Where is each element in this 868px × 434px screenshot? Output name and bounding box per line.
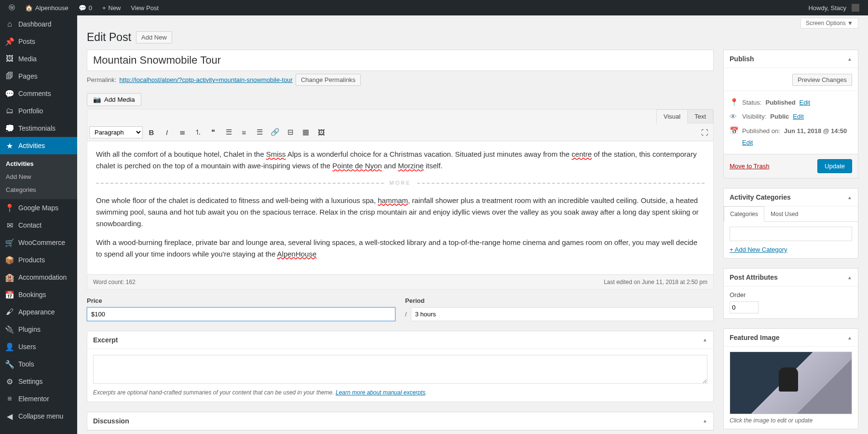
submenu-add-new[interactable]: Add New	[0, 170, 77, 183]
sidebar-item-pages[interactable]: 🗐Pages	[0, 68, 77, 85]
price-input[interactable]	[87, 307, 395, 321]
collapse-icon: ◀	[5, 411, 14, 421]
sidebar-item-collapse[interactable]: ◀Collapse menu	[0, 407, 77, 425]
greeting-text: Howdy, Stacy	[808, 4, 846, 12]
toolbar-toggle-button[interactable]: ▦	[299, 125, 312, 139]
text: hammam	[378, 196, 408, 204]
chevron-up-icon[interactable]: ▲	[847, 275, 852, 280]
woocommerce-icon: 🛒	[5, 238, 14, 247]
update-button[interactable]: Update	[817, 159, 852, 173]
excerpt-box: Excerpt▲ Excerpts are optional hand-craf…	[87, 331, 714, 402]
editor-tab-visual[interactable]: Visual	[656, 109, 688, 123]
italic-button[interactable]: I	[160, 125, 174, 139]
sidebar-item-bookings[interactable]: 📅Bookings	[0, 286, 77, 303]
sidebar-label: Activities	[18, 142, 45, 149]
howdy-link[interactable]: Howdy, Stacy	[804, 4, 863, 12]
wp-logo[interactable]: ⓦ	[5, 3, 19, 12]
excerpt-learn-link[interactable]: Learn more about manual excerpts	[336, 389, 425, 396]
align-right-button[interactable]: ☰	[253, 125, 266, 139]
category-list[interactable]	[730, 227, 852, 241]
bold-button[interactable]: B	[145, 125, 158, 139]
sidebar-item-contact[interactable]: ✉Contact	[0, 217, 77, 234]
format-select[interactable]: Paragraph	[89, 126, 143, 138]
sidebar-item-testimonials[interactable]: 💭Testimonials	[0, 120, 77, 137]
new-link[interactable]: +New	[98, 4, 125, 12]
edit-date-link[interactable]: Edit	[742, 139, 852, 146]
post-title-input[interactable]	[87, 50, 714, 71]
sidebar-item-appearance[interactable]: 🖌Appearance	[0, 303, 77, 321]
excerpt-textarea[interactable]	[93, 355, 707, 384]
sidebar-item-posts[interactable]: 📌Posts	[0, 33, 77, 50]
tab-most-used[interactable]: Most Used	[764, 206, 804, 222]
media-button[interactable]: 🖼	[314, 125, 328, 139]
order-input[interactable]	[730, 301, 759, 313]
text: Smiss	[266, 150, 286, 158]
add-media-button[interactable]: 📷Add Media	[87, 93, 141, 106]
align-center-button[interactable]: ≡	[237, 125, 251, 139]
users-icon: 👤	[5, 342, 14, 352]
chevron-up-icon[interactable]: ▲	[847, 56, 852, 62]
edit-visibility-link[interactable]: Edit	[793, 113, 803, 120]
sidebar-item-dashboard[interactable]: ⌂Dashboard	[0, 15, 77, 33]
sidebar-label: Elementor	[18, 395, 49, 403]
portfolio-icon: 🗂	[5, 106, 14, 116]
page-title: Edit Post	[87, 31, 131, 44]
sidebar-item-plugins[interactable]: 🔌Plugins	[0, 321, 77, 338]
sidebar-item-elementor[interactable]: ≡Elementor	[0, 390, 77, 407]
sidebar-item-products[interactable]: 📦Products	[0, 251, 77, 269]
content-area[interactable]: With all the comfort of a boutique hotel…	[87, 141, 713, 274]
screen-options-button[interactable]: Screen Options ▼	[800, 18, 858, 28]
sidebar-item-media[interactable]: 🖼Media	[0, 50, 77, 68]
editor-tab-text[interactable]: Text	[687, 109, 713, 123]
submenu-activities[interactable]: Activities	[0, 157, 77, 170]
sidebar-item-portfolio[interactable]: 🗂Portfolio	[0, 102, 77, 120]
move-to-trash-link[interactable]: Move to Trash	[730, 163, 769, 170]
add-new-button[interactable]: Add New	[136, 31, 172, 43]
add-category-link[interactable]: + Add New Category	[730, 246, 787, 253]
align-left-button[interactable]: ☰	[222, 125, 235, 139]
sidebar-item-tools[interactable]: 🔧Tools	[0, 355, 77, 373]
featured-image[interactable]	[730, 352, 852, 414]
discussion-box: Discussion▲	[87, 412, 714, 431]
sidebar-item-google-maps[interactable]: 📍Google Maps	[0, 199, 77, 217]
link-button[interactable]: 🔗	[268, 125, 282, 139]
visibility-value: Public	[770, 113, 789, 120]
price-label: Price	[87, 297, 395, 304]
site-link[interactable]: 🏠Alpenhouse	[21, 4, 72, 12]
edit-status-link[interactable]: Edit	[800, 99, 810, 106]
excerpt-hint: Excerpts are optional hand-crafted summa…	[93, 389, 336, 396]
sidebar-item-users[interactable]: 👤Users	[0, 338, 77, 355]
quote-button[interactable]: ❝	[206, 125, 220, 139]
sidebar-item-settings[interactable]: ⚙Settings	[0, 373, 77, 390]
submenu-categories[interactable]: Categories	[0, 183, 77, 196]
tab-categories[interactable]: Categories	[724, 206, 764, 222]
chevron-up-icon[interactable]: ▲	[847, 195, 852, 200]
view-post-link[interactable]: View Post	[127, 4, 163, 12]
avatar-icon	[852, 4, 859, 12]
comments-link[interactable]: 💬0	[75, 4, 96, 12]
readmore-button[interactable]: ⊟	[284, 125, 297, 139]
chevron-up-icon[interactable]: ▲	[847, 335, 852, 340]
sidebar-label: Settings	[18, 378, 43, 385]
ol-button[interactable]: ⒈	[191, 125, 204, 139]
change-permalinks-button[interactable]: Change Permalinks	[296, 74, 361, 86]
ul-button[interactable]: ≣	[176, 125, 189, 139]
preview-changes-button[interactable]: Preview Changes	[792, 74, 852, 86]
sidebar-item-comments[interactable]: 💬Comments	[0, 85, 77, 102]
featured-title: Featured Image	[730, 334, 779, 341]
sidebar-item-activities[interactable]: ★Activities	[0, 137, 77, 154]
sidebar-item-accommodation[interactable]: 🏨Accommodation	[0, 269, 77, 286]
plugins-icon: 🔌	[5, 325, 14, 334]
period-input[interactable]	[411, 307, 714, 321]
sidebar-label: Media	[18, 55, 37, 63]
permalink-url[interactable]: http://localhost/alpen/?cptp-activity=mo…	[119, 76, 293, 83]
sidebar-label: Tools	[18, 360, 34, 368]
view-post-label: View Post	[131, 4, 159, 12]
fullscreen-button[interactable]: ⛶	[698, 125, 711, 139]
attributes-box: Post Attributes▲ Order	[723, 268, 858, 319]
tools-icon: 🔧	[5, 359, 14, 369]
excerpt-toggle[interactable]: Excerpt▲	[87, 331, 713, 349]
discussion-toggle[interactable]: Discussion▲	[87, 412, 713, 430]
sidebar-label: Contact	[18, 221, 41, 229]
sidebar-item-woocommerce[interactable]: 🛒WooCommerce	[0, 234, 77, 251]
